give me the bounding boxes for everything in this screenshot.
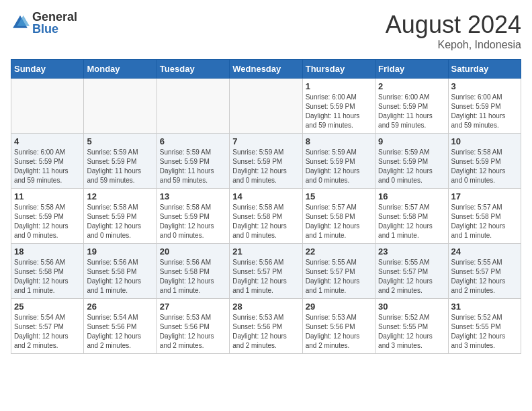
day-info: Sunrise: 5:57 AM Sunset: 5:58 PM Dayligh… bbox=[378, 203, 445, 240]
day-number: 11 bbox=[14, 191, 81, 201]
calendar-day-cell: 4Sunrise: 6:00 AM Sunset: 5:59 PM Daylig… bbox=[11, 134, 84, 189]
calendar-day-cell: 11Sunrise: 5:58 AM Sunset: 5:59 PM Dayli… bbox=[11, 189, 84, 244]
day-info: Sunrise: 5:58 AM Sunset: 5:59 PM Dayligh… bbox=[451, 148, 518, 185]
calendar-week-row: 25Sunrise: 5:54 AM Sunset: 5:57 PM Dayli… bbox=[11, 299, 521, 354]
calendar-day-cell: 12Sunrise: 5:58 AM Sunset: 5:59 PM Dayli… bbox=[84, 189, 157, 244]
day-number: 2 bbox=[378, 81, 445, 91]
day-info: Sunrise: 5:52 AM Sunset: 5:55 PM Dayligh… bbox=[378, 313, 445, 351]
day-number: 15 bbox=[306, 191, 372, 201]
calendar-day-cell bbox=[230, 79, 302, 134]
day-info: Sunrise: 5:55 AM Sunset: 5:57 PM Dayligh… bbox=[306, 258, 372, 295]
day-info: Sunrise: 5:56 AM Sunset: 5:57 PM Dayligh… bbox=[232, 258, 299, 295]
weekday-header: Wednesday bbox=[230, 60, 302, 79]
calendar-day-cell: 27Sunrise: 5:53 AM Sunset: 5:56 PM Dayli… bbox=[157, 299, 229, 354]
day-info: Sunrise: 6:00 AM Sunset: 5:59 PM Dayligh… bbox=[14, 148, 81, 185]
weekday-header-row: SundayMondayTuesdayWednesdayThursdayFrid… bbox=[11, 60, 521, 79]
day-number: 23 bbox=[378, 246, 445, 257]
day-number: 14 bbox=[232, 191, 299, 201]
weekday-header: Saturday bbox=[448, 60, 521, 79]
weekday-header: Sunday bbox=[11, 60, 84, 79]
weekday-header: Tuesday bbox=[157, 60, 229, 79]
calendar-day-cell: 1Sunrise: 6:00 AM Sunset: 5:59 PM Daylig… bbox=[302, 79, 375, 134]
day-info: Sunrise: 5:53 AM Sunset: 5:56 PM Dayligh… bbox=[306, 313, 372, 351]
calendar-day-cell: 13Sunrise: 5:58 AM Sunset: 5:59 PM Dayli… bbox=[157, 189, 229, 244]
day-info: Sunrise: 5:58 AM Sunset: 5:58 PM Dayligh… bbox=[232, 203, 299, 240]
day-number: 1 bbox=[306, 81, 372, 91]
day-info: Sunrise: 5:59 AM Sunset: 5:59 PM Dayligh… bbox=[160, 148, 226, 185]
day-info: Sunrise: 5:56 AM Sunset: 5:58 PM Dayligh… bbox=[87, 258, 153, 295]
calendar-week-row: 11Sunrise: 5:58 AM Sunset: 5:59 PM Dayli… bbox=[11, 189, 521, 244]
day-info: Sunrise: 5:59 AM Sunset: 5:59 PM Dayligh… bbox=[306, 148, 372, 185]
calendar-day-cell: 24Sunrise: 5:55 AM Sunset: 5:57 PM Dayli… bbox=[448, 244, 521, 299]
day-number: 27 bbox=[160, 302, 226, 312]
day-number: 7 bbox=[232, 136, 299, 146]
weekday-header: Monday bbox=[84, 60, 157, 79]
day-info: Sunrise: 6:00 AM Sunset: 5:59 PM Dayligh… bbox=[306, 93, 372, 130]
calendar-day-cell: 5Sunrise: 5:59 AM Sunset: 5:59 PM Daylig… bbox=[84, 134, 157, 189]
weekday-header: Thursday bbox=[302, 60, 375, 79]
day-info: Sunrise: 6:00 AM Sunset: 5:59 PM Dayligh… bbox=[378, 93, 445, 130]
calendar-day-cell: 6Sunrise: 5:59 AM Sunset: 5:59 PM Daylig… bbox=[157, 134, 229, 189]
day-number: 31 bbox=[451, 302, 518, 312]
day-info: Sunrise: 5:58 AM Sunset: 5:59 PM Dayligh… bbox=[160, 203, 226, 240]
calendar-day-cell: 25Sunrise: 5:54 AM Sunset: 5:57 PM Dayli… bbox=[11, 299, 84, 354]
day-number: 22 bbox=[306, 246, 372, 257]
calendar-day-cell bbox=[11, 79, 84, 134]
month-title: August 2024 bbox=[386, 11, 521, 39]
calendar-day-cell: 14Sunrise: 5:58 AM Sunset: 5:58 PM Dayli… bbox=[230, 189, 302, 244]
calendar-day-cell: 7Sunrise: 5:59 AM Sunset: 5:59 PM Daylig… bbox=[230, 134, 302, 189]
day-number: 6 bbox=[160, 136, 226, 146]
day-number: 12 bbox=[87, 191, 153, 201]
logo-icon bbox=[11, 13, 30, 32]
day-info: Sunrise: 5:59 AM Sunset: 5:59 PM Dayligh… bbox=[232, 148, 299, 185]
calendar-week-row: 1Sunrise: 6:00 AM Sunset: 5:59 PM Daylig… bbox=[11, 79, 521, 134]
day-number: 3 bbox=[451, 81, 518, 91]
calendar-week-row: 18Sunrise: 5:56 AM Sunset: 5:58 PM Dayli… bbox=[11, 244, 521, 299]
calendar-day-cell: 21Sunrise: 5:56 AM Sunset: 5:57 PM Dayli… bbox=[230, 244, 302, 299]
calendar-day-cell: 2Sunrise: 6:00 AM Sunset: 5:59 PM Daylig… bbox=[375, 79, 448, 134]
calendar-day-cell: 16Sunrise: 5:57 AM Sunset: 5:58 PM Dayli… bbox=[375, 189, 448, 244]
calendar-day-cell: 30Sunrise: 5:52 AM Sunset: 5:55 PM Dayli… bbox=[375, 299, 448, 354]
day-info: Sunrise: 5:55 AM Sunset: 5:57 PM Dayligh… bbox=[378, 258, 445, 295]
calendar-day-cell: 17Sunrise: 5:57 AM Sunset: 5:58 PM Dayli… bbox=[448, 189, 521, 244]
location: Kepoh, Indonesia bbox=[386, 39, 521, 51]
day-number: 5 bbox=[87, 136, 153, 146]
calendar-day-cell: 8Sunrise: 5:59 AM Sunset: 5:59 PM Daylig… bbox=[302, 134, 375, 189]
calendar-day-cell: 28Sunrise: 5:53 AM Sunset: 5:56 PM Dayli… bbox=[230, 299, 302, 354]
calendar-day-cell: 3Sunrise: 6:00 AM Sunset: 5:59 PM Daylig… bbox=[448, 79, 521, 134]
day-number: 17 bbox=[451, 191, 518, 201]
calendar-day-cell bbox=[84, 79, 157, 134]
day-info: Sunrise: 5:54 AM Sunset: 5:56 PM Dayligh… bbox=[87, 313, 153, 351]
day-info: Sunrise: 5:54 AM Sunset: 5:57 PM Dayligh… bbox=[14, 313, 81, 351]
day-info: Sunrise: 5:53 AM Sunset: 5:56 PM Dayligh… bbox=[160, 313, 226, 351]
day-info: Sunrise: 5:53 AM Sunset: 5:56 PM Dayligh… bbox=[232, 313, 299, 351]
day-info: Sunrise: 6:00 AM Sunset: 5:59 PM Dayligh… bbox=[451, 93, 518, 130]
day-number: 24 bbox=[451, 246, 518, 257]
day-info: Sunrise: 5:58 AM Sunset: 5:59 PM Dayligh… bbox=[87, 203, 153, 240]
calendar-day-cell: 15Sunrise: 5:57 AM Sunset: 5:58 PM Dayli… bbox=[302, 189, 375, 244]
logo: General Blue bbox=[11, 11, 77, 35]
page-header: General Blue August 2024 Kepoh, Indonesi… bbox=[11, 11, 521, 51]
calendar-day-cell: 26Sunrise: 5:54 AM Sunset: 5:56 PM Dayli… bbox=[84, 299, 157, 354]
day-info: Sunrise: 5:58 AM Sunset: 5:59 PM Dayligh… bbox=[14, 203, 81, 240]
day-number: 9 bbox=[378, 136, 445, 146]
day-number: 19 bbox=[87, 246, 153, 257]
calendar-day-cell: 29Sunrise: 5:53 AM Sunset: 5:56 PM Dayli… bbox=[302, 299, 375, 354]
day-info: Sunrise: 5:56 AM Sunset: 5:58 PM Dayligh… bbox=[14, 258, 81, 295]
calendar-week-row: 4Sunrise: 6:00 AM Sunset: 5:59 PM Daylig… bbox=[11, 134, 521, 189]
calendar-day-cell: 18Sunrise: 5:56 AM Sunset: 5:58 PM Dayli… bbox=[11, 244, 84, 299]
logo-general-text: General bbox=[32, 11, 77, 23]
day-info: Sunrise: 5:55 AM Sunset: 5:57 PM Dayligh… bbox=[451, 258, 518, 295]
calendar-day-cell: 31Sunrise: 5:52 AM Sunset: 5:55 PM Dayli… bbox=[448, 299, 521, 354]
day-info: Sunrise: 5:59 AM Sunset: 5:59 PM Dayligh… bbox=[87, 148, 153, 185]
day-number: 29 bbox=[306, 302, 372, 312]
day-number: 8 bbox=[306, 136, 372, 146]
day-number: 20 bbox=[160, 246, 226, 257]
calendar-day-cell: 23Sunrise: 5:55 AM Sunset: 5:57 PM Dayli… bbox=[375, 244, 448, 299]
calendar-day-cell: 19Sunrise: 5:56 AM Sunset: 5:58 PM Dayli… bbox=[84, 244, 157, 299]
title-block: August 2024 Kepoh, Indonesia bbox=[386, 11, 521, 51]
day-number: 18 bbox=[14, 246, 81, 257]
calendar-day-cell: 22Sunrise: 5:55 AM Sunset: 5:57 PM Dayli… bbox=[302, 244, 375, 299]
day-info: Sunrise: 5:52 AM Sunset: 5:55 PM Dayligh… bbox=[451, 313, 518, 351]
day-info: Sunrise: 5:56 AM Sunset: 5:58 PM Dayligh… bbox=[160, 258, 226, 295]
